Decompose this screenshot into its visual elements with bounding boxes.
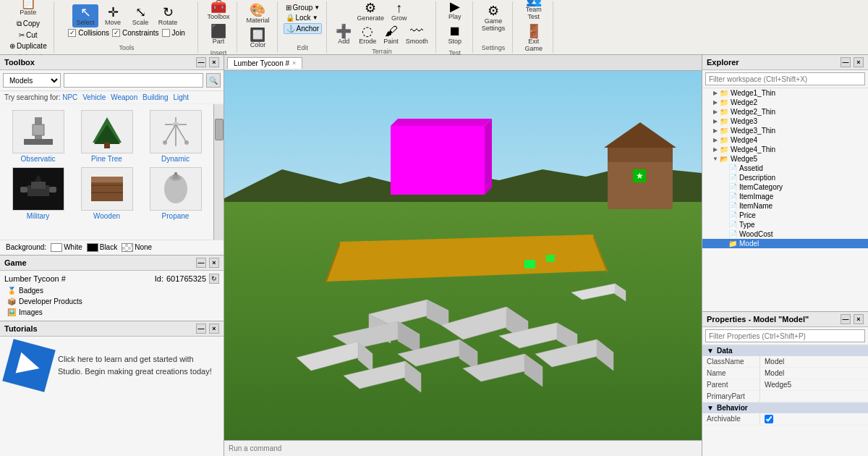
- constraints-checkbox[interactable]: Constraints: [112, 29, 159, 37]
- tree-item-wedge3thin[interactable]: ▶ 📁 Wedge3_Thin: [702, 126, 868, 135]
- toolbox-item-pine-tree[interactable]: Pine Tree: [75, 110, 139, 163]
- tree-item-itemname[interactable]: 📄 ItemName: [702, 201, 868, 211]
- toolbox-search-button[interactable]: 🔍: [206, 73, 221, 88]
- tree-item-wedge4thin[interactable]: ▶ 📁 Wedge4_Thin: [702, 145, 868, 154]
- tree-item-wedge2[interactable]: ▶ 📁 Wedge2: [702, 98, 868, 107]
- type-label: Type: [739, 221, 755, 229]
- toolbox-item-propane[interactable]: Propane: [143, 167, 208, 220]
- primarypart-value: [760, 391, 868, 402]
- select-button[interactable]: ↖ Select: [72, 4, 98, 28]
- paste-button[interactable]: 📋 Paste: [15, 0, 41, 17]
- anchor-button[interactable]: ⚓ Anchor: [284, 23, 323, 34]
- grow-button[interactable]: ↑ Grow: [388, 0, 410, 23]
- game-item-developer-products[interactable]: 📦 Developer Products: [4, 296, 219, 307]
- behavior-section-header[interactable]: ▼ Behavior: [702, 402, 868, 413]
- rotate-button[interactable]: ↻ Rotate: [155, 4, 181, 28]
- duplicate-button[interactable]: ⊕ Duplicate: [7, 41, 49, 51]
- lock-button[interactable]: 🔒 Lock ▼: [284, 13, 323, 22]
- game-item-images[interactable]: 🖼️ Images: [4, 307, 219, 318]
- military-thumb: [12, 167, 64, 211]
- command-input[interactable]: [229, 444, 697, 452]
- black-swatch: [87, 243, 98, 252]
- part-button[interactable]: ⬛ Part: [205, 23, 231, 46]
- toolbox-scroll-thumb[interactable]: [215, 119, 224, 140]
- erode-button[interactable]: ◌ Erode: [356, 23, 379, 46]
- team-test-button[interactable]: 👥 TeamTest: [521, 0, 547, 22]
- ribbon-terrain-group: ⚙ Generate ↑ Grow ➕ Add ◌ Erode 🖌: [328, 1, 436, 53]
- archivable-key: Archivable: [702, 413, 760, 425]
- game-minimize-btn[interactable]: —: [196, 258, 206, 268]
- game-item-badges[interactable]: 🏅 Badges: [4, 285, 219, 296]
- suggest-vehicle[interactable]: Vehicle: [82, 93, 106, 101]
- explorer-filter-input[interactable]: [705, 72, 865, 85]
- material-button[interactable]: 🎨 Material: [243, 2, 272, 25]
- toolbox-item-observatic[interactable]: Observatic: [6, 110, 70, 163]
- toolbox-item-military[interactable]: Military: [6, 167, 70, 220]
- tutorials-minimize-btn[interactable]: —: [196, 324, 206, 334]
- game-refresh-btn[interactable]: ↻: [209, 274, 219, 284]
- properties-filter-input[interactable]: [705, 329, 865, 342]
- paint-terrain-button[interactable]: 🖌 Paint: [380, 23, 401, 46]
- suggest-weapon[interactable]: Weapon: [111, 93, 137, 101]
- tree-item-description[interactable]: 📄 Description: [702, 173, 868, 182]
- properties-minimize-btn[interactable]: —: [841, 314, 851, 324]
- toolbox-button[interactable]: 🧰 Toolbox: [204, 0, 232, 22]
- bg-none-option[interactable]: None: [122, 243, 152, 252]
- tree-item-type[interactable]: 📄 Type: [702, 220, 868, 229]
- color-button[interactable]: 🔲 Color: [244, 27, 271, 50]
- stop-button[interactable]: ⏹ Stop: [442, 23, 468, 46]
- tree-item-wedge3[interactable]: ▶ 📁 Wedge3: [702, 117, 868, 126]
- tree-item-assetid[interactable]: 📄 Assetid: [702, 164, 868, 173]
- toolbox-minimize-btn[interactable]: —: [196, 57, 206, 67]
- svg-rect-30: [391, 126, 485, 195]
- suggest-light[interactable]: Light: [173, 93, 189, 101]
- tree-item-wedge4[interactable]: ▶ 📁 Wedge4: [702, 135, 868, 145]
- toolbox-item-wooden[interactable]: Wooden: [75, 167, 139, 220]
- ribbon-edit-group: ⊞ Group ▼ 🔒 Lock ▼ ⚓ Anchor Edit: [279, 1, 328, 53]
- tab-close-icon[interactable]: ×: [292, 59, 296, 67]
- toolbox-item-dynamic[interactable]: Dynamic: [143, 110, 208, 163]
- copy-button[interactable]: ⧉ Copy: [14, 19, 42, 29]
- suggest-npc[interactable]: NPC: [62, 93, 77, 101]
- anchor-label: Anchor: [297, 25, 320, 33]
- toolbox-search-input[interactable]: [64, 73, 203, 88]
- exit-game-button[interactable]: 🚪 ExitGame: [521, 23, 547, 54]
- add-terrain-button[interactable]: ➕ Add: [333, 23, 354, 46]
- tree-item-itemcategory[interactable]: 📄 ItemCategory: [702, 182, 868, 192]
- cut-icon: ✂: [19, 31, 25, 39]
- viewport-tab-lumber-tycoon[interactable]: Lumber Tycoon # ×: [227, 57, 302, 69]
- toolbox-scrollbar[interactable]: [213, 104, 224, 240]
- stop-icon: ⏹: [448, 25, 461, 38]
- tree-item-model[interactable]: 📁 Model: [702, 239, 868, 248]
- explorer-close-btn[interactable]: ×: [854, 57, 864, 67]
- properties-close-btn[interactable]: ×: [854, 314, 864, 324]
- collisions-checkbox[interactable]: Collisions: [68, 29, 109, 37]
- game-close-btn[interactable]: ×: [209, 258, 219, 268]
- cut-button[interactable]: ✂ Cut: [17, 30, 40, 40]
- tree-item-wedge1thin[interactable]: ▶ 📁 Wedge1_Thin: [702, 88, 868, 98]
- smooth-button[interactable]: 〰 Smooth: [403, 23, 431, 46]
- bg-black-option[interactable]: Black: [87, 243, 117, 252]
- tree-item-itemimage[interactable]: 📄 ItemImage: [702, 192, 868, 201]
- suggest-building[interactable]: Building: [142, 93, 169, 101]
- scale-button[interactable]: ⤡ Scale: [127, 4, 153, 28]
- tree-item-wedge5[interactable]: ▼ 📂 Wedge5: [702, 154, 868, 164]
- tutorials-content[interactable]: Click here to learn and get started with…: [0, 337, 224, 394]
- archivable-checkbox[interactable]: [765, 415, 773, 423]
- explorer-minimize-btn[interactable]: —: [841, 57, 851, 67]
- game-name: Lumber Tycoon #: [4, 274, 66, 283]
- join-checkbox[interactable]: Join: [162, 29, 185, 37]
- play-button[interactable]: ▶ Play: [442, 0, 468, 22]
- group-button[interactable]: ⊞ Group ▼: [284, 3, 323, 12]
- data-section-header[interactable]: ▼ Data: [702, 345, 868, 356]
- move-button[interactable]: ✛ Move: [100, 4, 126, 28]
- bg-white-option[interactable]: White: [51, 243, 82, 252]
- tutorials-close-btn[interactable]: ×: [209, 324, 219, 334]
- toolbox-close-btn[interactable]: ×: [209, 57, 219, 67]
- generate-button[interactable]: ⚙ Generate: [354, 0, 387, 23]
- tree-item-woodcost[interactable]: 📄 WoodCost: [702, 229, 868, 239]
- tree-item-wedge2thin[interactable]: ▶ 📁 Wedge2_Thin: [702, 107, 868, 117]
- game-settings-button[interactable]: ⚙ GameSettings: [479, 3, 509, 33]
- toolbox-category-dropdown[interactable]: Models Decals Audio: [3, 73, 61, 88]
- tree-item-price[interactable]: 📄 Price: [702, 211, 868, 220]
